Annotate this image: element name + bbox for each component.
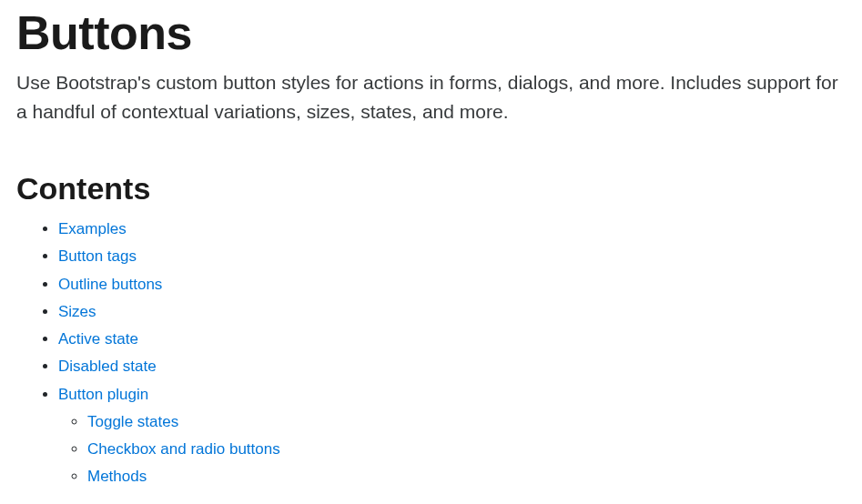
toc-subitem: Checkbox and radio buttons bbox=[87, 436, 846, 463]
toc-item: Sizes bbox=[58, 298, 846, 326]
toc-item: Outline buttons bbox=[58, 271, 846, 298]
toc-subitem: Methods bbox=[87, 463, 846, 490]
toc-link-active-state[interactable]: Active state bbox=[58, 330, 138, 348]
page-title: Buttons bbox=[16, 7, 846, 59]
toc-link-button-tags[interactable]: Button tags bbox=[58, 247, 137, 265]
table-of-contents: Examples Button tags Outline buttons Siz… bbox=[16, 216, 846, 491]
toc-sublist: Toggle states Checkbox and radio buttons… bbox=[58, 408, 846, 491]
contents-heading: Contents bbox=[16, 171, 846, 207]
toc-item: Button tags bbox=[58, 243, 846, 270]
toc-link-outline-buttons[interactable]: Outline buttons bbox=[58, 276, 162, 293]
toc-link-methods[interactable]: Methods bbox=[87, 468, 147, 485]
toc-link-checkbox-radio[interactable]: Checkbox and radio buttons bbox=[87, 440, 280, 458]
toc-item: Active state bbox=[58, 326, 846, 353]
toc-link-button-plugin[interactable]: Button plugin bbox=[58, 386, 148, 403]
toc-link-sizes[interactable]: Sizes bbox=[58, 303, 96, 320]
toc-subitem: Toggle states bbox=[87, 408, 846, 436]
page-lead: Use Bootstrap's custom button styles for… bbox=[16, 68, 846, 126]
toc-link-examples[interactable]: Examples bbox=[58, 220, 127, 237]
toc-link-disabled-state[interactable]: Disabled state bbox=[58, 358, 157, 375]
toc-link-toggle-states[interactable]: Toggle states bbox=[87, 413, 178, 430]
toc-item: Disabled state bbox=[58, 353, 846, 380]
toc-item: Button plugin Toggle states Checkbox and… bbox=[58, 381, 846, 491]
toc-item: Examples bbox=[58, 216, 846, 243]
